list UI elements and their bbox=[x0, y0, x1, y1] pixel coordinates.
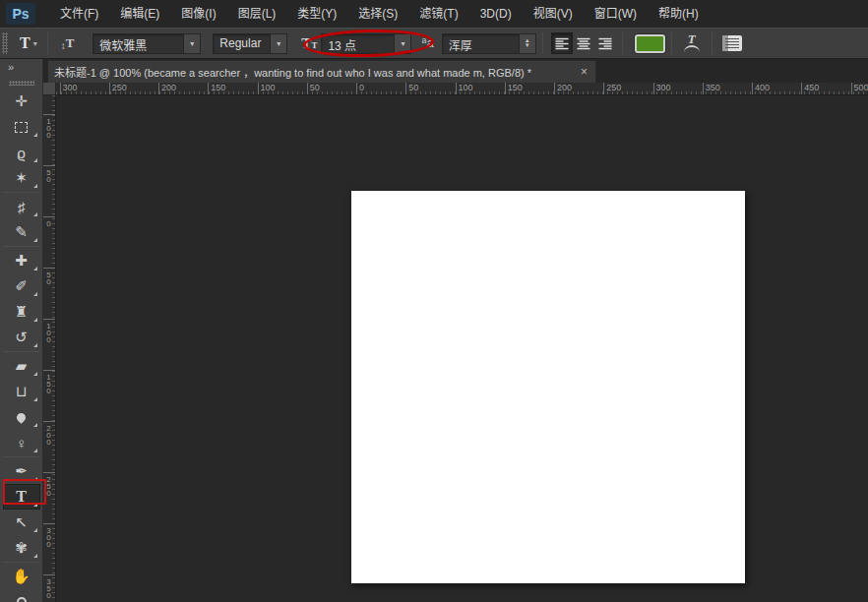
tool-group-separator bbox=[3, 192, 40, 193]
menu-item-0[interactable]: 文件(F) bbox=[49, 0, 109, 28]
ruler-tick bbox=[603, 83, 604, 95]
menu-item-8[interactable]: 视图(V) bbox=[523, 0, 584, 28]
warp-text-button[interactable]: T bbox=[680, 31, 706, 55]
chevron-down-icon[interactable]: ▾ bbox=[270, 34, 286, 53]
ruler-tick bbox=[60, 83, 61, 95]
custom-shape-icon: ✾ bbox=[15, 539, 28, 557]
tool-group-separator bbox=[3, 351, 40, 352]
horizontal-type-tool[interactable]: T bbox=[3, 484, 40, 510]
dodge-tool[interactable]: ♀ bbox=[3, 430, 40, 455]
align-left-button[interactable] bbox=[551, 32, 573, 54]
text-orientation-toggle-button[interactable]: ↕ T bbox=[56, 33, 80, 53]
paint-bucket-tool[interactable]: ⊔ bbox=[3, 379, 40, 404]
toggle-character-panel-button[interactable] bbox=[722, 35, 742, 51]
quick-selection-icon: ✶ bbox=[15, 169, 28, 187]
ruler-label: 150 bbox=[508, 83, 523, 92]
eraser-icon: ▰ bbox=[16, 357, 28, 375]
vertical-ruler[interactable]: 10050050100150200250300350 bbox=[43, 95, 56, 602]
brush-icon: ✐ bbox=[15, 277, 28, 295]
anti-alias-select[interactable]: 浑厚 ▲ ▼ bbox=[442, 33, 536, 54]
ruler-label: 200 bbox=[161, 83, 176, 92]
ruler-tick bbox=[43, 319, 56, 320]
crop-tool[interactable]: ♯ bbox=[3, 194, 40, 219]
zoom-icon bbox=[17, 597, 27, 602]
history-brush-tool[interactable]: ↺ bbox=[3, 325, 40, 350]
move-tool[interactable]: ✛ bbox=[3, 89, 40, 114]
pen-tool[interactable]: ✒ bbox=[3, 458, 40, 484]
tools-panel-grip[interactable] bbox=[9, 81, 34, 86]
menu-item-9[interactable]: 窗口(W) bbox=[584, 0, 648, 28]
ruler-label: 0 bbox=[359, 83, 364, 92]
menu-item-2[interactable]: 图像(I) bbox=[170, 0, 226, 28]
ruler-label: 150 bbox=[211, 83, 225, 92]
eraser-tool[interactable]: ▰ bbox=[3, 353, 40, 379]
photoshop-window: Ps 文件(F)编辑(E)图像(I)图层(L)类型(Y)选择(S)滤镜(T)3D… bbox=[0, 0, 868, 602]
menu-item-7[interactable]: 3D(D) bbox=[469, 0, 523, 28]
ruler-tick bbox=[801, 83, 802, 95]
ruler-tick bbox=[43, 165, 56, 166]
blur-tool[interactable] bbox=[3, 404, 40, 430]
hand-tool[interactable]: ✋ bbox=[3, 564, 40, 589]
toolbar-collapse-button[interactable]: » bbox=[0, 59, 42, 79]
align-center-button[interactable] bbox=[573, 32, 594, 54]
ruler-tick bbox=[109, 83, 110, 95]
ruler-label: 100 bbox=[44, 117, 53, 138]
pasteboard bbox=[56, 95, 868, 602]
lasso-tool[interactable]: ϱ bbox=[3, 140, 40, 165]
separator bbox=[47, 32, 48, 54]
horizontal-ruler[interactable]: 3002502001501005005010015020025030035040… bbox=[56, 83, 868, 95]
anti-alias-value: 浑厚 bbox=[443, 34, 519, 53]
text-color-swatch[interactable] bbox=[635, 34, 665, 53]
align-right-button[interactable] bbox=[594, 32, 616, 54]
menu-item-10[interactable]: 帮助(H) bbox=[648, 0, 710, 28]
brush-tool[interactable]: ✐ bbox=[3, 273, 40, 299]
font-size-select[interactable]: 13 点 ▾ bbox=[321, 33, 411, 54]
ruler-tick bbox=[208, 83, 209, 95]
workspace: » ✛ϱ✶♯✎✚✐♜↺▰⊔♀✒T↖✾✋ 未标题-1 @ 100% (became… bbox=[0, 59, 868, 602]
spinner-arrows-icon[interactable]: ▲ ▼ bbox=[519, 34, 535, 53]
chevron-down-icon[interactable]: ▾ bbox=[183, 34, 200, 53]
menu-item-4[interactable]: 类型(Y) bbox=[286, 0, 347, 28]
ruler-tick bbox=[703, 83, 704, 95]
document-tab[interactable]: 未标题-1 @ 100% (became a searcher ，wanting… bbox=[47, 60, 596, 83]
lasso-icon: ϱ bbox=[17, 145, 26, 161]
ruler-tick bbox=[43, 523, 56, 524]
ruler-label: 0 bbox=[44, 219, 53, 226]
quick-selection-tool[interactable]: ✶ bbox=[3, 165, 40, 191]
menu-item-6[interactable]: 滤镜(T) bbox=[408, 0, 468, 28]
ruler-corner[interactable] bbox=[43, 83, 56, 95]
rectangular-marquee-tool[interactable] bbox=[3, 114, 40, 140]
ruler-tick bbox=[43, 216, 56, 217]
chevron-down-icon[interactable]: ▾ bbox=[394, 34, 410, 53]
type-tool-icon: T bbox=[20, 34, 31, 52]
font-style-select[interactable]: Regular ▾ bbox=[213, 33, 287, 54]
tool-preset-button[interactable]: T ▾ bbox=[16, 32, 41, 54]
document-area: 未标题-1 @ 100% (became a searcher ，wanting… bbox=[43, 59, 868, 602]
ruler-label: 100 bbox=[459, 83, 473, 92]
font-family-value: 微软雅黑 bbox=[93, 34, 183, 53]
ruler-tick bbox=[307, 83, 308, 95]
spot-healing-brush-tool[interactable]: ✚ bbox=[3, 248, 40, 273]
font-style-value: Regular bbox=[214, 34, 270, 53]
eyedropper-tool[interactable]: ✎ bbox=[3, 219, 40, 245]
custom-shape-tool[interactable]: ✾ bbox=[3, 535, 40, 561]
options-bar-grip[interactable] bbox=[2, 32, 8, 54]
menu-item-3[interactable]: 图层(L) bbox=[227, 0, 287, 28]
menu-item-5[interactable]: 选择(S) bbox=[347, 0, 408, 28]
ruler-label: 250 bbox=[606, 83, 621, 92]
font-family-select[interactable]: 微软雅黑 ▾ bbox=[93, 33, 201, 54]
canvas[interactable] bbox=[351, 191, 745, 583]
ruler-tick bbox=[356, 83, 357, 95]
path-selection-tool[interactable]: ↖ bbox=[3, 510, 40, 535]
paragraph-align-group bbox=[551, 32, 616, 54]
font-size-icon: T T bbox=[301, 36, 317, 50]
tab-close-icon[interactable]: × bbox=[579, 65, 589, 79]
zoom-tool[interactable] bbox=[3, 589, 40, 602]
document-tab-title: 未标题-1 @ 100% (became a searcher ，wanting… bbox=[54, 64, 575, 80]
ruler-label: 300 bbox=[63, 83, 78, 92]
anti-alias-icon: a a bbox=[421, 35, 433, 51]
crop-icon: ♯ bbox=[18, 199, 26, 215]
menu-bar: Ps 文件(F)编辑(E)图像(I)图层(L)类型(Y)选择(S)滤镜(T)3D… bbox=[0, 0, 868, 28]
clone-stamp-tool[interactable]: ♜ bbox=[3, 299, 40, 325]
menu-item-1[interactable]: 编辑(E) bbox=[109, 0, 170, 28]
